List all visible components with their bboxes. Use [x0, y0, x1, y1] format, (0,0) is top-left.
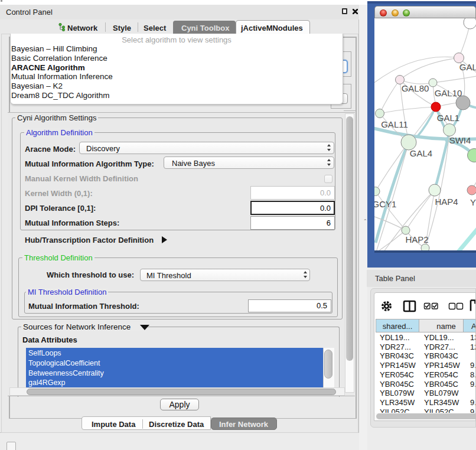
svg-text:YE: YE: [470, 197, 476, 207]
svg-text:GAL10: GAL10: [435, 88, 462, 98]
svg-text:GCY1: GCY1: [374, 199, 396, 209]
svg-text:GAL2: GAL2: [459, 62, 476, 72]
svg-text:GAL4: GAL4: [410, 148, 432, 158]
svg-text:HAP4: HAP4: [435, 197, 458, 207]
svg-text:GAL11: GAL11: [381, 119, 408, 129]
svg-text:SWI4: SWI4: [449, 135, 471, 145]
svg-text:HAP2: HAP2: [405, 234, 428, 244]
svg-text:GAL80: GAL80: [402, 83, 429, 93]
svg-text:GAL1: GAL1: [437, 113, 459, 123]
